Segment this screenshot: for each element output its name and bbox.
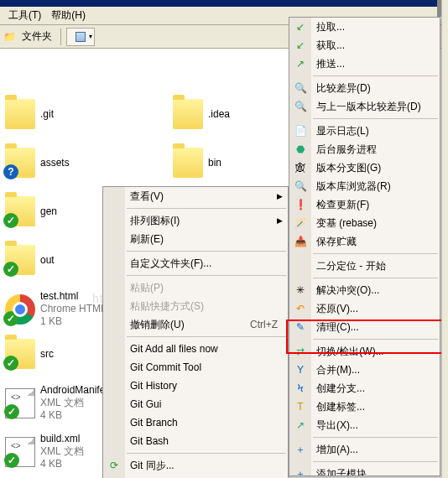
log-icon: 📄 <box>293 123 308 138</box>
switch-icon: ⇄ <box>293 344 308 359</box>
push-icon: ↗ <box>293 56 308 71</box>
mi-switch-checkout[interactable]: ⇄切换/检出(W)... <box>289 342 440 361</box>
mi-diff-prev[interactable]: 🔍与上一版本比较差异(D) <box>289 97 440 116</box>
mi-stash[interactable]: 📥保存贮藏 <box>289 232 440 251</box>
folder-bin[interactable]: bin <box>173 148 221 178</box>
branch-icon: Ϟ <box>293 381 308 396</box>
clean-icon: ✎ <box>293 320 308 335</box>
mi-daemon[interactable]: ⬣后台服务进程 <box>289 140 440 158</box>
revert-icon: ↶ <box>293 301 308 316</box>
diff-icon: 🔍 <box>293 81 308 96</box>
stash-icon: 📥 <box>293 234 308 249</box>
mi-git-commit[interactable]: ✔Git 提交(C) -> "develop"... <box>103 475 288 478</box>
mi-check-update[interactable]: ❗检查更新(F) <box>289 195 440 214</box>
mi-revert[interactable]: ↶还原(V)... <box>289 299 440 318</box>
folder-git[interactable]: .git <box>5 99 54 129</box>
mi-merge[interactable]: Y合并(M)... <box>289 361 440 379</box>
mi-git-gui[interactable]: Git Gui <box>103 395 288 413</box>
mi-pull[interactable]: ↙拉取... <box>289 18 440 36</box>
file-build-xml[interactable]: ✓ build.xmlXML 文档4 KB <box>5 433 84 470</box>
mi-add[interactable]: ＋增加(A)... <box>289 440 440 459</box>
folder-icon: 📁 <box>3 31 15 43</box>
mi-paste-shortcut: 粘贴快捷方式(S) <box>103 297 288 315</box>
tag-icon: T <box>293 399 308 414</box>
add-icon: ＋ <box>293 442 308 457</box>
mi-undo-delete[interactable]: 撤销删除(U)Ctrl+Z <box>103 315 288 334</box>
rebase-icon: 🪄 <box>293 216 308 231</box>
right-scrollbar[interactable] <box>441 0 448 478</box>
mi-customize-folder[interactable]: 自定义文件夹(F)... <box>103 254 288 273</box>
diff-icon: 🔍 <box>293 99 308 114</box>
mi-submodule[interactable]: ＋添加子模块... <box>289 465 440 476</box>
fetch-icon: ↙ <box>293 38 308 53</box>
sync-icon: ⟳ <box>107 458 122 473</box>
mi-diff[interactable]: 🔍比较差异(D) <box>289 79 440 97</box>
mi-bisect[interactable]: 二分定位 - 开始 <box>289 257 440 275</box>
mi-git-commit-tool[interactable]: Git Commit Tool <box>103 358 288 377</box>
toolbar-folders-label[interactable]: 文件夹 <box>18 29 55 44</box>
folder-out[interactable]: ✓out <box>5 245 55 275</box>
folder-assets[interactable]: ?assets <box>5 148 70 178</box>
folder-gen[interactable]: ✓gen <box>5 196 57 226</box>
mi-create-branch[interactable]: Ϟ创建分支... <box>289 379 440 397</box>
mi-create-tag[interactable]: T创建标签... <box>289 397 440 416</box>
submodule-icon: ＋ <box>293 466 308 476</box>
check-icon: ❗ <box>293 197 308 212</box>
mi-revision-graph[interactable]: 🕸版本分支图(G) <box>289 158 440 177</box>
folder-src[interactable]: ✓src <box>5 339 54 369</box>
menu-tools[interactable]: 工具(T) <box>3 6 46 25</box>
graph-icon: 🕸 <box>293 160 308 175</box>
file-test-html[interactable]: ✓ test.htmlChrome HTML D1 KB <box>5 290 116 328</box>
file-android-manifest[interactable]: ✓ AndroidManifesXML 文档4 KB <box>5 384 110 422</box>
mi-sort-icons[interactable]: 排列图标(I)▶ <box>103 211 288 230</box>
folder-idea[interactable]: .idea <box>173 99 230 129</box>
mi-fetch[interactable]: ↙获取... <box>289 36 440 55</box>
export-icon: ↗ <box>293 418 308 433</box>
daemon-icon: ⬣ <box>293 142 308 157</box>
resolve-icon: ✳ <box>293 283 308 298</box>
mi-git-bash[interactable]: Git Bash <box>103 432 288 450</box>
merge-icon: Y <box>293 362 308 377</box>
mi-repo-browser[interactable]: 🔍版本库浏览器(R) <box>289 177 440 195</box>
view-mode-button[interactable] <box>66 28 95 46</box>
mi-view[interactable]: 查看(V)▶ <box>103 187 288 205</box>
mi-resolve[interactable]: ✳解决冲突(O)... <box>289 281 440 299</box>
tortoisegit-submenu: ↙拉取... ↙获取... ↗推送... 🔍比较差异(D) 🔍与上一版本比较差异… <box>289 17 440 476</box>
mi-push[interactable]: ↗推送... <box>289 55 440 73</box>
mi-export[interactable]: ↗导出(X)... <box>289 416 440 434</box>
mi-rebase[interactable]: 🪄变基 (rebase) <box>289 214 440 232</box>
pull-icon: ↙ <box>293 19 308 34</box>
mi-git-history[interactable]: Git History <box>103 377 288 395</box>
mi-paste: 粘贴(P) <box>103 278 288 297</box>
mi-show-log[interactable]: 📄显示日志(L) <box>289 122 440 140</box>
mi-clean[interactable]: ✎清理(C)... <box>289 318 440 336</box>
mi-git-sync[interactable]: ⟳Git 同步... <box>103 456 288 475</box>
context-menu: 查看(V)▶ 排列图标(I)▶ 刷新(E) 自定义文件夹(F)... 粘贴(P)… <box>102 186 289 478</box>
mi-refresh[interactable]: 刷新(E) <box>103 230 288 248</box>
repo-icon: 🔍 <box>293 179 308 194</box>
mi-git-add-all[interactable]: Git Add all files now <box>103 340 288 358</box>
menu-help[interactable]: 帮助(H) <box>46 6 91 25</box>
mi-git-branch[interactable]: Git Branch <box>103 413 288 432</box>
